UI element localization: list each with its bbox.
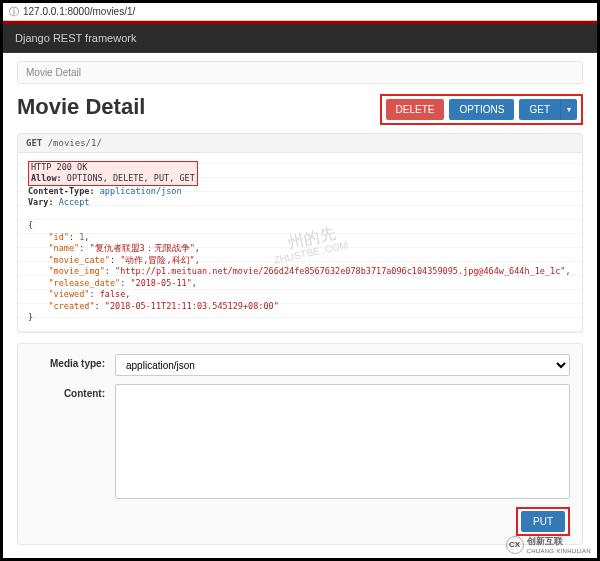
page-title: Movie Detail — [17, 94, 145, 120]
brand-bar: Django REST framework — [3, 24, 597, 53]
corner-brand-en: CHUANG XINHULIAN — [527, 548, 591, 554]
request-path: /movies/1/ — [48, 138, 102, 148]
response-pre: HTTP 200 OK Allow: OPTIONS, DELETE, PUT,… — [28, 161, 572, 324]
brand-link[interactable]: Django REST framework — [15, 32, 136, 44]
options-button[interactable]: OPTIONS — [449, 99, 514, 120]
response-panel: 州的先 ZHUSTBE .COM HTTP 200 OK Allow: OPTI… — [17, 153, 583, 333]
corner-brand-cn: 创新互联 — [527, 535, 591, 548]
corner-logo-icon: CX — [506, 536, 524, 554]
browser-address-bar: ⓘ 127.0.0.1:8000/movies/1/ — [3, 3, 597, 21]
raw-data-form: Media type: application/json Content: PU… — [17, 343, 583, 545]
put-button[interactable]: PUT — [521, 511, 565, 532]
breadcrumb[interactable]: Movie Detail — [17, 61, 583, 84]
delete-button[interactable]: DELETE — [386, 99, 445, 120]
url-text[interactable]: 127.0.0.1:8000/movies/1/ — [23, 6, 135, 17]
action-button-group: DELETE OPTIONS GET ▾ — [380, 94, 583, 125]
get-dropdown-caret[interactable]: ▾ — [560, 99, 577, 120]
corner-brand: CX 创新互联 CHUANG XINHULIAN — [506, 535, 591, 554]
request-method: GET — [26, 138, 42, 148]
get-button[interactable]: GET — [519, 99, 560, 120]
put-button-frame: PUT — [516, 507, 570, 536]
request-line: GET /movies/1/ — [17, 133, 583, 153]
info-icon: ⓘ — [9, 5, 19, 19]
media-type-label: Media type: — [30, 354, 115, 369]
content-label: Content: — [30, 384, 115, 399]
media-type-select[interactable]: application/json — [115, 354, 570, 376]
content-textarea[interactable] — [115, 384, 570, 499]
